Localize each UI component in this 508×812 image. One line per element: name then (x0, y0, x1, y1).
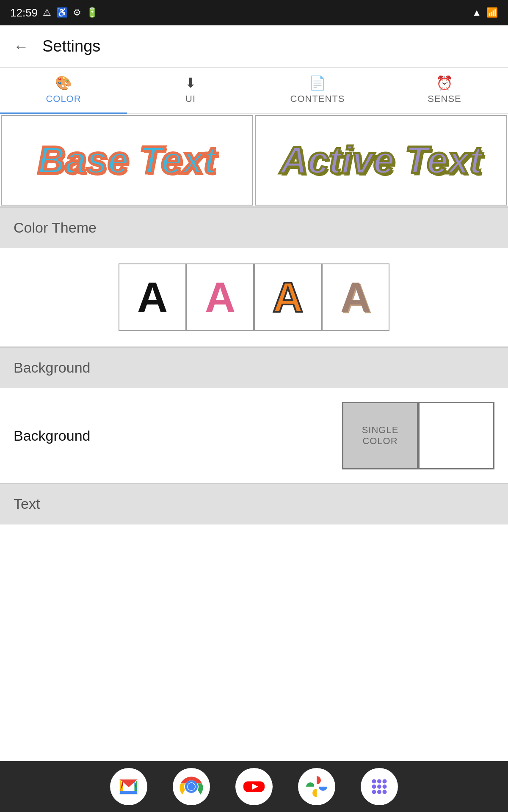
color-theme-title: Color Theme (14, 219, 97, 236)
text-section-header: Text (0, 483, 508, 524)
svg-point-9 (314, 784, 320, 790)
back-button[interactable]: ← (10, 34, 32, 59)
contents-tab-icon: 📄 (309, 75, 326, 91)
letter-pink: A (205, 273, 235, 322)
tabs: 🎨 COLOR ⬇ UI 📄 CONTENTS ⏰ SENSE (0, 68, 508, 114)
bg-single-color-option[interactable]: SINGLE COLOR (342, 402, 418, 469)
theme-option-orange[interactable]: A (254, 263, 322, 331)
battery-icon: 🔋 (86, 7, 98, 18)
theme-option-pink[interactable]: A (186, 263, 254, 331)
base-text-preview: Base Text (38, 139, 216, 182)
svg-point-19 (383, 790, 387, 794)
base-text-card[interactable]: Base Text (1, 115, 253, 206)
color-theme-section-header: Color Theme (0, 207, 508, 248)
svg-point-14 (372, 785, 376, 789)
tab-ui[interactable]: ⬇ UI (127, 68, 254, 113)
sense-tab-label: SENSE (428, 93, 461, 104)
theme-options: A A A A (0, 248, 508, 347)
status-right: ▲ 📶 (472, 7, 498, 18)
background-title: Background (14, 359, 90, 376)
contents-tab-label: CONTENTS (290, 93, 345, 104)
bg-white-label (453, 432, 460, 439)
color-tab-label: COLOR (46, 93, 81, 104)
svg-point-4 (188, 783, 195, 790)
text-section-title: Text (14, 496, 40, 512)
bottom-nav (0, 761, 508, 812)
svg-point-13 (383, 779, 387, 784)
svg-point-17 (372, 790, 376, 794)
alert-icon: ⚠ (43, 7, 51, 18)
background-options: SINGLE COLOR (342, 402, 494, 469)
chrome-nav-icon[interactable] (173, 768, 210, 805)
bg-white-option[interactable] (418, 402, 494, 469)
letter-brown: A (340, 273, 371, 322)
status-time: 12:59 (10, 6, 38, 19)
svg-point-16 (383, 785, 387, 789)
active-text-preview: Active Text (280, 139, 482, 182)
accessibility-icon: ♿ (56, 7, 68, 18)
preview-row: Base Text Active Text (0, 114, 508, 207)
bg-single-color-label: SINGLE COLOR (343, 421, 417, 450)
letter-plain: A (137, 273, 168, 322)
wifi-icon: ▲ (472, 7, 481, 18)
main-content: Base Text Active Text Color Theme A A A … (0, 114, 508, 761)
gmail-nav-icon[interactable] (110, 768, 147, 805)
theme-option-plain[interactable]: A (119, 263, 186, 331)
status-left: 12:59 ⚠ ♿ ⚙ 🔋 (10, 6, 98, 19)
page-title: Settings (42, 37, 100, 55)
header: ← Settings (0, 25, 508, 68)
svg-point-11 (372, 779, 376, 784)
svg-point-15 (377, 785, 381, 789)
svg-point-18 (377, 790, 381, 794)
active-text-card[interactable]: Active Text (255, 115, 507, 206)
sense-tab-icon: ⏰ (436, 75, 453, 91)
letter-orange: A (273, 273, 303, 322)
tab-color[interactable]: 🎨 COLOR (0, 68, 127, 113)
background-label: Background (14, 428, 90, 444)
color-tab-icon: 🎨 (55, 75, 72, 91)
youtube-nav-icon[interactable] (235, 768, 273, 805)
theme-option-brown[interactable]: A (322, 263, 389, 331)
settings-icon: ⚙ (73, 7, 81, 18)
status-bar: 12:59 ⚠ ♿ ⚙ 🔋 ▲ 📶 (0, 0, 508, 25)
ui-tab-label: UI (185, 93, 196, 104)
ui-tab-icon: ⬇ (185, 75, 196, 91)
signal-icon: 📶 (486, 7, 498, 18)
background-section-header: Background (0, 347, 508, 388)
apps-nav-icon[interactable] (361, 768, 398, 805)
tab-sense[interactable]: ⏰ SENSE (381, 68, 508, 113)
photos-nav-icon[interactable] (298, 768, 335, 805)
svg-point-12 (377, 779, 381, 784)
background-row: Background SINGLE COLOR (0, 388, 508, 483)
tab-contents[interactable]: 📄 CONTENTS (254, 68, 381, 113)
